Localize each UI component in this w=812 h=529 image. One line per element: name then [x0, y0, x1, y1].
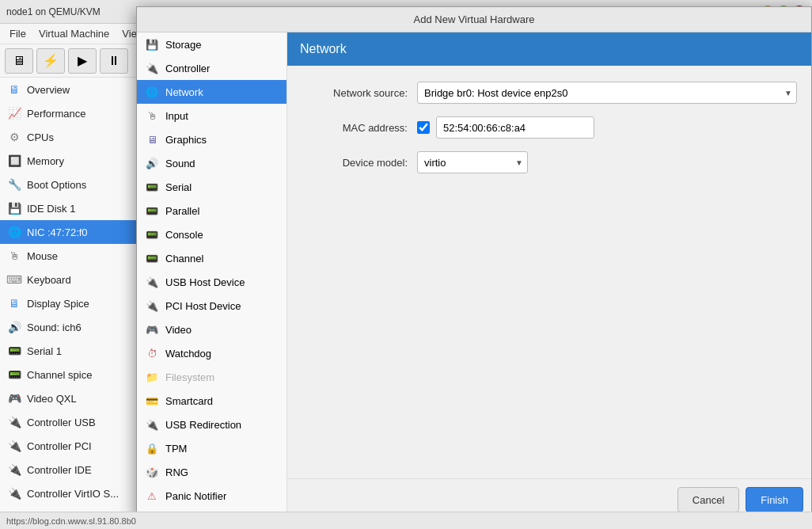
sidebar-item-mouse[interactable]: 🖱 Mouse	[0, 244, 140, 268]
nic-icon: 🌐	[6, 224, 22, 240]
storage-icon: 💾	[145, 37, 159, 51]
pci-host-icon: 🔌	[145, 299, 159, 313]
hw-serial-icon: 📟	[145, 180, 159, 194]
hw-label-graphics: Graphics	[165, 134, 207, 146]
hw-item-storage[interactable]: 💾 Storage	[137, 32, 286, 56]
sidebar-item-display-spice[interactable]: 🖥 Display Spice	[0, 291, 140, 315]
sidebar-item-video-qxl[interactable]: 🎮 Video QXL	[0, 386, 140, 410]
hw-item-rng[interactable]: 🎲 RNG	[137, 460, 286, 484]
sidebar-item-controller-usb[interactable]: 🔌 Controller USB	[0, 410, 140, 434]
sidebar-item-nic[interactable]: 🌐 NIC :47:72:f0	[0, 220, 140, 244]
hw-item-network[interactable]: 🌐 Network	[137, 80, 286, 104]
sidebar-label-controller-ide: Controller IDE	[27, 464, 92, 476]
sidebar-label-mouse: Mouse	[27, 250, 58, 262]
hw-label-pci-host: PCI Host Device	[165, 300, 241, 312]
hw-item-watchdog[interactable]: ⏱ Watchdog	[137, 341, 286, 365]
detail-content: Network source: Bridge br0: Host device …	[287, 66, 811, 478]
menu-file[interactable]: File	[3, 24, 32, 44]
power-button[interactable]: ⚡	[36, 48, 65, 74]
hw-item-usb-host[interactable]: 🔌 USB Host Device	[137, 270, 286, 294]
dialog-titlebar: Add New Virtual Hardware	[137, 7, 811, 32]
detail-header: Network	[287, 32, 811, 66]
sidebar-label-memory: Memory	[27, 155, 64, 167]
keyboard-icon: ⌨	[6, 272, 22, 287]
hw-label-smartcard: Smartcard	[165, 395, 213, 407]
hw-label-network: Network	[165, 86, 203, 98]
ctrl-ide-icon: 🔌	[6, 462, 22, 478]
sidebar-item-keyboard[interactable]: ⌨ Keyboard	[0, 268, 140, 291]
detail-panel: Network Network source: Bridge br0: Host…	[287, 32, 811, 520]
ctrl-usb-icon: 🔌	[6, 414, 22, 430]
hw-item-pci-host[interactable]: 🔌 PCI Host Device	[137, 294, 286, 318]
hardware-list: 💾 Storage 🔌 Controller 🌐 Network 🖱 Input…	[137, 32, 287, 520]
cpus-icon: ⚙	[6, 129, 22, 145]
hw-item-input[interactable]: 🖱 Input	[137, 104, 286, 127]
hw-label-rng: RNG	[165, 466, 188, 478]
dialog-body: 💾 Storage 🔌 Controller 🌐 Network 🖱 Input…	[137, 32, 811, 520]
usb-redir-hw-icon: 🔌	[145, 417, 159, 432]
finish-button[interactable]: Finish	[746, 487, 803, 512]
sidebar-item-cpus[interactable]: ⚙ CPUs	[0, 125, 140, 149]
sidebar-item-memory[interactable]: 🔲 Memory	[0, 149, 140, 173]
boot-icon: 🔧	[6, 177, 22, 192]
network-source-row: Network source: Bridge br0: Host device …	[306, 82, 797, 104]
sidebar-label-controller-virtio: Controller VirtIO S...	[27, 488, 119, 500]
hw-item-controller[interactable]: 🔌 Controller	[137, 56, 286, 80]
mac-address-control	[417, 116, 797, 139]
channel-icon: 📟	[6, 367, 22, 382]
video-icon: 🎮	[6, 390, 22, 406]
menu-virtual-machine[interactable]: Virtual Machine	[32, 24, 116, 44]
sidebar-item-performance[interactable]: 📈 Performance	[0, 101, 140, 125]
play-button[interactable]: ▶	[68, 48, 97, 74]
sidebar-item-controller-virtio[interactable]: 🔌 Controller VirtIO S...	[0, 481, 140, 505]
monitor-button[interactable]: 🖥	[5, 48, 33, 74]
sidebar-label-video-qxl: Video QXL	[27, 393, 77, 405]
mac-address-checkbox[interactable]	[417, 121, 430, 134]
hw-video-icon: 🎮	[145, 322, 159, 337]
sidebar-label-serial1: Serial 1	[27, 345, 62, 357]
hw-item-graphics[interactable]: 🖥 Graphics	[137, 127, 286, 151]
parallel-icon: 📟	[145, 204, 159, 218]
device-model-label: Device model:	[306, 157, 417, 169]
sidebar-item-boot-options[interactable]: 🔧 Boot Options	[0, 173, 140, 196]
hw-item-smartcard[interactable]: 💳 Smartcard	[137, 389, 286, 413]
sidebar-item-serial1[interactable]: 📟 Serial 1	[0, 339, 140, 363]
hw-label-tpm: TPM	[165, 443, 187, 455]
input-icon: 🖱	[145, 108, 159, 123]
hw-item-sound[interactable]: 🔊 Sound	[137, 151, 286, 175]
hw-item-video[interactable]: 🎮 Video	[137, 318, 286, 341]
hw-item-serial[interactable]: 📟 Serial	[137, 175, 286, 199]
hw-item-parallel[interactable]: 📟 Parallel	[137, 199, 286, 223]
hw-item-tpm[interactable]: 🔒 TPM	[137, 436, 286, 460]
filesystem-icon: 📁	[145, 370, 159, 384]
sidebar-item-ide-disk[interactable]: 💾 IDE Disk 1	[0, 196, 140, 220]
hw-item-console[interactable]: 📟 Console	[137, 223, 286, 246]
sidebar-item-sound-ich6[interactable]: 🔊 Sound: ich6	[0, 315, 140, 339]
hw-item-filesystem: 📁 Filesystem	[137, 365, 286, 389]
hw-item-usb-redirection[interactable]: 🔌 USB Redirection	[137, 413, 286, 436]
network-source-select[interactable]: Bridge br0: Host device enp2s0 NAT Isola…	[417, 82, 797, 104]
hw-label-sound: Sound	[165, 158, 195, 169]
hw-label-usb-redirection: USB Redirection	[165, 419, 241, 431]
cancel-button[interactable]: Cancel	[677, 487, 739, 512]
sidebar-item-controller-ide[interactable]: 🔌 Controller IDE	[0, 458, 140, 481]
sidebar-item-controller-pci[interactable]: 🔌 Controller PCI	[0, 434, 140, 458]
mac-address-label: MAC address:	[306, 122, 417, 134]
display-icon: 🖥	[6, 295, 22, 311]
ctrl-virtio-icon: 🔌	[6, 485, 22, 501]
hw-label-watchdog: Watchdog	[165, 348, 211, 360]
hw-label-parallel: Parallel	[165, 205, 199, 217]
mac-address-input[interactable]	[436, 116, 594, 139]
add-hardware-dialog: Add New Virtual Hardware 💾 Storage 🔌 Con…	[136, 6, 812, 521]
sidebar-item-overview[interactable]: 🖥 Overview	[0, 78, 140, 101]
hw-item-panic[interactable]: ⚠ Panic Notifier	[137, 484, 286, 508]
sidebar-item-channel-spice[interactable]: 📟 Channel spice	[0, 363, 140, 386]
hw-item-channel[interactable]: 📟 Channel	[137, 246, 286, 270]
device-model-select[interactable]: virtio e1000 rtl8139	[417, 151, 528, 173]
hw-label-panic: Panic Notifier	[165, 490, 226, 502]
network-source-control: Bridge br0: Host device enp2s0 NAT Isola…	[417, 82, 797, 104]
console-icon: 📟	[145, 227, 159, 242]
pause-button[interactable]: ⏸	[100, 48, 128, 74]
serial-icon: 📟	[6, 343, 22, 359]
mac-address-row: MAC address:	[306, 116, 797, 139]
